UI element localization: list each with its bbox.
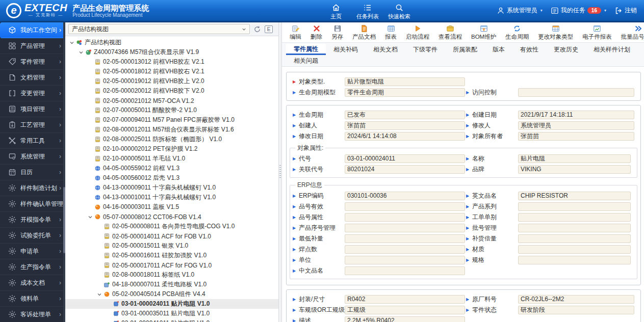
tree-node[interactable]: 03-01-000041011 贴片电阻 V1.0 — [65, 318, 278, 322]
panel-splitter[interactable] — [278, 22, 282, 322]
tree-node[interactable]: 04-05-000559012 前框 V1.3 — [65, 164, 278, 173]
tab-related-documents[interactable]: 相关文档 — [366, 44, 405, 55]
tree-node[interactable]: 04-13-000010011 十字扁头机械螺钉 V1.0 — [65, 193, 278, 202]
field-input[interactable] — [518, 256, 631, 264]
field-input[interactable]: 2024/6/1 14:14:08 — [345, 132, 465, 141]
tree-node[interactable]: 02-05-000013012 前框VHB胶左 V2.1 — [65, 57, 278, 67]
field-input[interactable] — [345, 234, 465, 243]
tree-node[interactable]: 02-05-000014011 ACF for FOB V1.0 — [65, 231, 278, 241]
sidebar-scrollbar[interactable] — [63, 22, 65, 322]
nav-quick-search[interactable]: 快速检索 — [383, 2, 415, 20]
tab-part-attributes[interactable]: 零件属性 — [286, 44, 326, 55]
field-input[interactable] — [518, 234, 631, 243]
logout-button[interactable]: 注销 — [614, 6, 637, 15]
tree-node[interactable]: 02-05-000016011 硅胶加强胶 V1.0 — [65, 251, 278, 260]
tree-node[interactable]: 02-05-000017011 ACF for FOG V1.0 — [65, 260, 278, 270]
toolbar-delete-button[interactable]: 删除 — [306, 24, 327, 41]
tree-node[interactable]: 02-07-000050011 醋酸胶带-2 V1.0 — [65, 105, 278, 115]
toolbar-batch-integration-button[interactable]: 批量品号集成 — [616, 24, 644, 41]
tree-node[interactable]: 04-13-000009011 十字扁头机械螺钉 V1.0 — [65, 183, 278, 193]
field-input[interactable]: 系统管理员 — [518, 121, 634, 130]
tab-related-issues[interactable]: 相关问题 — [286, 55, 326, 66]
sidebar-item-product-mgmt[interactable]: 产品管理› — [0, 38, 65, 54]
sidebar-item-change-mgmt[interactable]: 变更管理› — [0, 86, 65, 101]
tree-node[interactable]: 05-02-000405014 PCBA组件 V4.4 — [65, 289, 278, 299]
tree-node[interactable]: 04-16-000003011 盖板 V1.5 — [65, 202, 278, 212]
sidebar-item-calendar[interactable]: 日历› — [0, 165, 65, 180]
toolbar-save-as-button[interactable]: 另存 — [327, 24, 348, 41]
sidebar-item-cost-document[interactable]: 成本文档› — [0, 275, 65, 291]
tab-child-parts[interactable]: 下级零件 — [405, 44, 445, 55]
field-input[interactable]: R0402 — [345, 295, 465, 304]
field-input[interactable]: 工规级 — [345, 306, 465, 314]
tree-node[interactable]: 02-10-000002012 PET保护膜 V1.2 — [65, 144, 278, 154]
sidebar-item-workspace[interactable]: 我的工作空间› — [0, 22, 65, 38]
tree-node[interactable]: 02-08-000018011 标签纸 V1.0 — [65, 270, 278, 280]
sidebar-item-common-tools[interactable]: 常用工具› — [0, 133, 65, 149]
sidebar-item-test-commission[interactable]: 试验委托单› — [0, 228, 65, 244]
sidebar-item-process-mgmt[interactable]: 工艺管理› — [0, 117, 65, 133]
field-input[interactable]: 贴片电阻 — [518, 154, 631, 163]
tab-change-history[interactable]: 更改历史 — [546, 44, 586, 55]
tree-node[interactable]: 04-18-000007011 柔性电路板 V1.0 — [65, 280, 278, 289]
field-input[interactable]: CR-02JL6--2M2 — [518, 295, 634, 304]
field-input[interactable] — [518, 202, 631, 211]
tree-node[interactable]: 02-05-000008011 各向异性导电膜-COG V1.0 — [65, 222, 278, 231]
nav-home[interactable]: 主页 — [320, 2, 352, 20]
refresh-button[interactable] — [253, 25, 261, 33]
toolbar-product-doc-button[interactable]: 产品文档 — [348, 24, 380, 41]
my-tasks-menu[interactable]: 我的任务 16 ▾ — [551, 6, 606, 15]
field-input[interactable]: 零件生命周期 — [345, 88, 465, 97]
field-input[interactable]: 030101-00036 — [345, 192, 465, 200]
toolbar-edit-button[interactable]: 编辑 — [285, 24, 306, 41]
tab-effectivity[interactable]: 有效性 — [512, 44, 546, 55]
tree-node[interactable]: 02-05-000015011 银浆 V1.0 — [65, 241, 278, 251]
tree-node[interactable]: 02-07-000094011 M57 Panel FPC屏蔽胶带 V1.0 — [65, 115, 278, 125]
toolbar-bom-maintain-button[interactable]: BOM维护 — [467, 24, 501, 41]
tree-node[interactable]: 03-01-000035011 贴片电阻 V1.0 — [65, 309, 278, 318]
toolbar-change-object-type-button[interactable]: 更改对象类型 — [533, 24, 578, 41]
sidebar-item-production-order[interactable]: 生产指令单› — [0, 259, 65, 275]
field-input[interactable]: 已发布 — [345, 111, 465, 119]
toolbar-view-workflow-button[interactable]: 查看流程 — [434, 24, 467, 41]
nav-task-list[interactable]: 任务列表 — [352, 2, 383, 20]
view-selector[interactable]: 产品结构视图 — [68, 24, 250, 34]
field-input[interactable]: 张苗苗 — [518, 132, 634, 141]
sidebar-item-document-mgmt[interactable]: 文档管理› — [0, 70, 65, 86]
field-input[interactable] — [518, 224, 631, 232]
sidebar-item-parts-mgmt[interactable]: 零件管理› — [0, 54, 65, 70]
tab-bid-documents[interactable]: 相关投标文件 — [638, 44, 644, 55]
tree-node[interactable]: 03-01-000024011 贴片电阻 V1.0 — [65, 299, 278, 309]
sidebar-item-complaint-handling[interactable]: 客诉处理单› — [0, 307, 65, 322]
toolbar-electronic-report-button[interactable]: 电子件报表 — [578, 24, 616, 41]
field-input[interactable] — [345, 266, 465, 275]
tree-node[interactable]: Z400074366 M57组合仪表显示屏 V1.9 — [65, 47, 278, 57]
tab-related-codes[interactable]: 相关补码 — [326, 44, 366, 55]
expand-tree-button[interactable]: E — [265, 25, 273, 33]
sidebar-item-sample-mfg-plan[interactable]: 样件制造计划› — [0, 180, 65, 196]
field-input[interactable] — [345, 202, 465, 211]
field-input[interactable]: CHIP RESISTOR — [518, 192, 631, 200]
field-input[interactable]: 贴片微型电阻 — [345, 77, 465, 86]
tab-parent-assemblies[interactable]: 所属装配 — [445, 44, 485, 55]
field-input[interactable]: 2021/9/17 14:18:11 — [518, 111, 634, 119]
sidebar-scrollbar-thumb[interactable] — [63, 187, 65, 253]
toolbar-report-button[interactable]: 报表 — [380, 24, 401, 41]
field-input[interactable]: 2.2M,±5%,R0402 — [345, 316, 465, 322]
toolbar-lifecycle-button[interactable]: 生命周期 — [501, 24, 533, 41]
field-input[interactable] — [345, 224, 465, 232]
user-menu[interactable]: 系统管理员 ▾ — [497, 6, 543, 15]
tree-node[interactable]: 04-05-000560012 后壳 V1.3 — [65, 173, 278, 183]
field-input[interactable]: 研发阶段 — [518, 306, 634, 314]
field-input[interactable] — [345, 245, 465, 254]
field-input[interactable] — [518, 213, 631, 222]
field-input[interactable] — [518, 245, 631, 254]
field-input[interactable] — [345, 256, 465, 264]
sidebar-item-system-mgmt[interactable]: 系统管理› — [0, 149, 65, 165]
sidebar-item-material-requisition[interactable]: 领料单› — [0, 291, 65, 307]
tree-node[interactable]: 02-10-000005011 羊毛毡 V1.0 — [65, 154, 278, 164]
sidebar-item-sample-confirm-mgmt[interactable]: 样件确认单管理› — [0, 196, 65, 212]
toolbar-start-workflow-button[interactable]: 启动流程 — [401, 24, 434, 41]
tab-versions[interactable]: 版本 — [485, 44, 512, 55]
tree-node[interactable]: 02-05-000019012 前框VHB胶上 V2.0 — [65, 76, 278, 86]
